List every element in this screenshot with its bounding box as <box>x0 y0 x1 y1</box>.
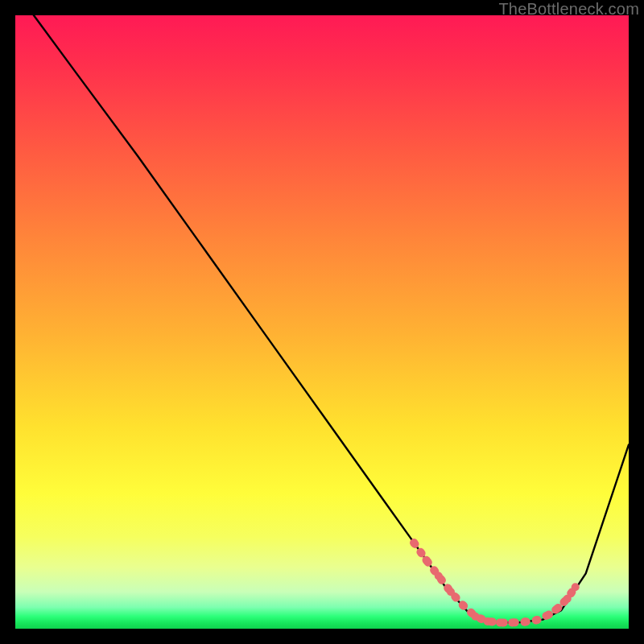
svg-point-8 <box>508 618 516 626</box>
svg-point-10 <box>533 616 541 624</box>
svg-point-11 <box>545 611 553 619</box>
svg-point-6 <box>484 617 492 625</box>
svg-point-1 <box>423 556 431 564</box>
svg-point-9 <box>521 618 529 626</box>
svg-point-0 <box>410 539 418 547</box>
svg-point-5 <box>472 613 480 621</box>
svg-point-2 <box>435 572 443 580</box>
svg-point-14 <box>572 583 580 591</box>
plot-area <box>15 15 629 629</box>
svg-point-7 <box>496 618 504 626</box>
chart-svg <box>15 15 629 629</box>
svg-point-13 <box>564 595 572 603</box>
svg-point-12 <box>554 604 562 612</box>
svg-point-4 <box>459 601 467 609</box>
curve-line <box>34 15 629 622</box>
chart-frame: TheBottleneck.com <box>0 0 644 644</box>
svg-point-3 <box>447 588 455 596</box>
watermark-text: TheBottleneck.com <box>498 0 639 19</box>
